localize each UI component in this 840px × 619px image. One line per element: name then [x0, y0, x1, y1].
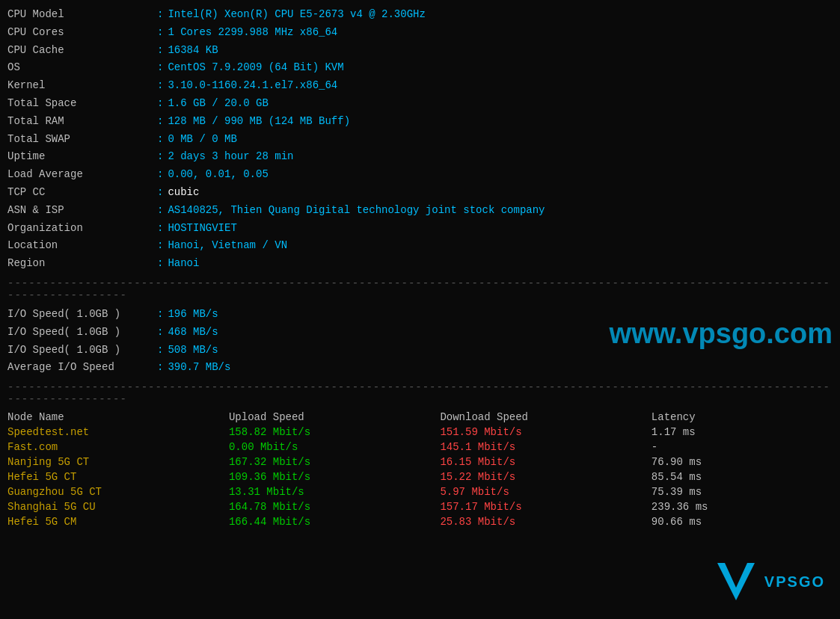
tcp-cc-row: TCP CC : cubic — [7, 184, 833, 202]
cell-download: 25.83 Mbit/s — [440, 514, 651, 529]
cell-node: Guangzhou 5G CT — [7, 484, 229, 499]
cell-download: 151.59 Mbit/s — [440, 425, 651, 440]
total-ram-row: Total RAM : 128 MB / 990 MB (124 MB Buff… — [7, 113, 833, 131]
cell-node: Speedtest.net — [7, 425, 229, 440]
location-value: Hanoi, Vietnam / VN — [168, 237, 287, 255]
divider-1: ----------------------------------------… — [7, 277, 833, 301]
cell-latency: - — [652, 440, 833, 455]
io2-label: I/O Speed( 1.0GB ) — [7, 324, 157, 342]
cell-latency: 76.90 ms — [652, 455, 833, 469]
table-row: Speedtest.net158.82 Mbit/s151.59 Mbit/s1… — [7, 425, 833, 440]
io3-row: I/O Speed( 1.0GB ) : 508 MB/s — [7, 342, 833, 360]
vpsgo-watermark: VPSGO — [714, 559, 825, 604]
org-label: Organization — [7, 220, 157, 238]
io1-value: 196 MB/s — [168, 306, 218, 324]
io1-row: I/O Speed( 1.0GB ) : 196 MB/s — [7, 306, 833, 324]
cpu-cache-value: 16384 KB — [168, 42, 218, 60]
org-row: Organization : HOSTINGVIET — [7, 220, 833, 238]
table-row: Hefei 5G CT109.36 Mbit/s15.22 Mbit/s85.5… — [7, 469, 833, 484]
os-value: CentOS 7.9.2009 (64 Bit) KVM — [168, 59, 343, 77]
cpu-cache-row: CPU Cache : 16384 KB — [7, 42, 833, 60]
cpu-model-value: Intel(R) Xeon(R) CPU E5-2673 v4 @ 2.30GH… — [168, 6, 425, 24]
cell-download: 145.1 Mbit/s — [440, 440, 651, 455]
vpsgo-text-logo: VPSGO — [764, 573, 825, 591]
load-average-label: Load Average — [7, 166, 157, 184]
total-space-value: 1.6 GB / 20.0 GB — [168, 95, 268, 113]
vpsgo-v-icon — [714, 559, 758, 604]
cell-download: 15.22 Mbit/s — [440, 469, 651, 484]
cell-node: Fast.com — [7, 440, 229, 455]
io-avg-value: 390.7 MB/s — [168, 359, 230, 377]
cell-download: 16.15 Mbit/s — [440, 455, 651, 469]
total-space-row: Total Space : 1.6 GB / 20.0 GB — [7, 95, 833, 113]
kernel-label: Kernel — [7, 77, 157, 95]
cell-upload: 166.44 Mbit/s — [229, 514, 440, 529]
network-table: Node Name Upload Speed Download Speed La… — [7, 410, 833, 529]
cpu-cores-label: CPU Cores — [7, 24, 157, 42]
total-space-label: Total Space — [7, 95, 157, 113]
tcp-cc-label: TCP CC — [7, 184, 157, 202]
location-row: Location : Hanoi, Vietnam / VN — [7, 237, 833, 255]
asn-label: ASN & ISP — [7, 202, 157, 220]
table-row: Shanghai 5G CU164.78 Mbit/s157.17 Mbit/s… — [7, 499, 833, 514]
cpu-cores-row: CPU Cores : 1 Cores 2299.988 MHz x86_64 — [7, 24, 833, 42]
cell-node: Hefei 5G CT — [7, 469, 229, 484]
col-header-node: Node Name — [7, 410, 229, 425]
total-ram-value: 128 MB / 990 MB (124 MB Buff) — [168, 113, 350, 131]
region-label: Region — [7, 255, 157, 273]
cpu-model-row: CPU Model : Intel(R) Xeon(R) CPU E5-2673… — [7, 6, 833, 24]
vpsgo-logo-text: VPSGO — [764, 573, 825, 591]
cell-upload: 164.78 Mbit/s — [229, 499, 440, 514]
cell-upload: 158.82 Mbit/s — [229, 425, 440, 440]
io3-value: 508 MB/s — [168, 342, 218, 360]
kernel-value: 3.10.0-1160.24.1.el7.x86_64 — [168, 77, 337, 95]
tcp-cc-value: cubic — [168, 184, 199, 202]
uptime-label: Uptime — [7, 148, 157, 166]
io-section: I/O Speed( 1.0GB ) : 196 MB/s I/O Speed(… — [7, 306, 833, 377]
cell-upload: 109.36 Mbit/s — [229, 469, 440, 484]
table-row: Hefei 5G CM166.44 Mbit/s25.83 Mbit/s90.6… — [7, 514, 833, 529]
cpu-cores-value: 1 Cores 2299.988 MHz x86_64 — [168, 24, 337, 42]
table-row: Guangzhou 5G CT13.31 Mbit/s5.97 Mbit/s75… — [7, 484, 833, 499]
cell-upload: 0.00 Mbit/s — [229, 440, 440, 455]
cell-latency: 85.54 ms — [652, 469, 833, 484]
uptime-row: Uptime : 2 days 3 hour 28 min — [7, 148, 833, 166]
cell-download: 5.97 Mbit/s — [440, 484, 651, 499]
cell-latency: 1.17 ms — [652, 425, 833, 440]
svg-marker-0 — [717, 563, 755, 600]
cell-latency: 90.66 ms — [652, 514, 833, 529]
kernel-row: Kernel : 3.10.0-1160.24.1.el7.x86_64 — [7, 77, 833, 95]
cell-latency: 239.36 ms — [652, 499, 833, 514]
col-header-latency: Latency — [652, 410, 833, 425]
cell-node: Nanjing 5G CT — [7, 455, 229, 469]
region-row: Region : Hanoi — [7, 255, 833, 273]
cell-latency: 75.39 ms — [652, 484, 833, 499]
cpu-model-label: CPU Model — [7, 6, 157, 24]
org-value: HOSTINGVIET — [168, 220, 236, 238]
network-section: Node Name Upload Speed Download Speed La… — [7, 410, 833, 529]
asn-value: AS140825, Thien Quang Digital technology… — [168, 202, 545, 220]
sysinfo-section: CPU Model : Intel(R) Xeon(R) CPU E5-2673… — [7, 6, 833, 273]
total-swap-value: 0 MB / 0 MB — [168, 131, 236, 149]
cell-node: Shanghai 5G CU — [7, 499, 229, 514]
location-label: Location — [7, 237, 157, 255]
total-swap-label: Total SWAP — [7, 131, 157, 149]
io1-label: I/O Speed( 1.0GB ) — [7, 306, 157, 324]
asn-row: ASN & ISP : AS140825, Thien Quang Digita… — [7, 202, 833, 220]
io-avg-label: Average I/O Speed — [7, 359, 157, 377]
cell-upload: 13.31 Mbit/s — [229, 484, 440, 499]
total-swap-row: Total SWAP : 0 MB / 0 MB — [7, 131, 833, 149]
col-header-upload: Upload Speed — [229, 410, 440, 425]
cpu-cache-label: CPU Cache — [7, 42, 157, 60]
os-label: OS — [7, 59, 157, 77]
cell-upload: 167.32 Mbit/s — [229, 455, 440, 469]
table-header-row: Node Name Upload Speed Download Speed La… — [7, 410, 833, 425]
load-average-row: Load Average : 0.00, 0.01, 0.05 — [7, 166, 833, 184]
io2-value: 468 MB/s — [168, 324, 218, 342]
col-header-download: Download Speed — [440, 410, 651, 425]
cell-node: Hefei 5G CM — [7, 514, 229, 529]
io3-label: I/O Speed( 1.0GB ) — [7, 342, 157, 360]
divider-2: ----------------------------------------… — [7, 381, 833, 405]
table-row: Nanjing 5G CT167.32 Mbit/s16.15 Mbit/s76… — [7, 455, 833, 469]
io-avg-row: Average I/O Speed : 390.7 MB/s — [7, 359, 833, 377]
